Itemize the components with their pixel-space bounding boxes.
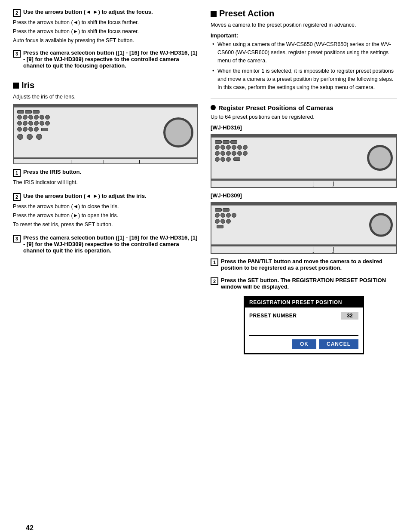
step-num-iris-2: 2	[13, 193, 21, 201]
step-num-reg-2: 2	[211, 277, 218, 285]
cancel-button[interactable]: CANCEL	[319, 339, 358, 349]
preset-position-dialog: REGISTRATION PRESET POSITION PRESET NUMB…	[244, 296, 364, 354]
preset-number-label: PRESET NUMBER	[249, 313, 297, 319]
step-focus-3-header: Press the camera selection button ([1] -…	[23, 49, 198, 69]
important-bullet-2: When the monitor 1 is selected, it is im…	[211, 67, 397, 91]
step-num-iris-3: 3	[13, 235, 21, 243]
black-square-iris	[13, 83, 19, 89]
wj-hd316-diagram: 1 2	[211, 134, 397, 188]
register-description: Up to 64 preset positions can be registe…	[211, 114, 397, 120]
preset-description: Moves a camera to the preset position re…	[211, 22, 397, 28]
circle-icon	[211, 105, 216, 110]
step-num-reg-1: 1	[211, 258, 218, 266]
hd309-diagram-labels: 1 2	[211, 246, 396, 254]
black-square-preset	[211, 11, 217, 17]
step-num-iris-1: 1	[13, 169, 21, 177]
wj-hd309-diagram: 1 2	[211, 202, 397, 254]
step-iris-2-body: Press the arrows button (◄) to close the…	[13, 203, 198, 228]
step-reg-2-header: Press the SET button. The REGISTRATION P…	[221, 277, 397, 290]
jog-wheel-316	[367, 145, 393, 171]
iris-camera-diagram: 3 1 2	[13, 104, 198, 164]
hd316-diagram-labels: 1 2	[211, 181, 396, 188]
iris-section-title: Iris	[13, 80, 198, 90]
step-focus-2-header: Use the arrows button (◄ ►) to adjust th…	[23, 9, 153, 15]
register-preset-title: Register Preset Positions of Cameras	[211, 104, 397, 111]
jog-wheel-309	[369, 213, 393, 237]
step-reg-1-header: Press the PAN/TILT button and move the c…	[221, 258, 397, 271]
iris-description: Adjusts the iris of the lens.	[13, 94, 198, 100]
dialog-title: REGISTRATION PRESET POSITION	[245, 297, 363, 308]
step-num-focus-3: 3	[13, 50, 21, 58]
step-iris-2-header: Use the arrows button (◄ ►) to adjust th…	[23, 193, 146, 199]
important-label: Important:	[211, 32, 397, 39]
wj-hd316-label: [WJ-HD316]	[211, 124, 397, 131]
page-number: 42	[26, 524, 34, 532]
step-iris-1-header: Press the IRIS button.	[23, 169, 81, 175]
important-bullets: When using a camera of the WV-CS650 (WV-…	[211, 40, 397, 92]
step-focus-2-body: Press the arrows button (◄) to shift the…	[13, 18, 198, 44]
preset-action-title: Preset Action	[211, 9, 397, 18]
iris-diagram-labels: 3 1 2	[14, 159, 197, 164]
step-num-focus-2: 2	[13, 9, 21, 17]
preset-number-value: 32	[341, 312, 358, 320]
step-iris-1-body: The IRIS indicator will light.	[13, 178, 198, 187]
ok-button[interactable]: OK	[292, 339, 316, 349]
important-bullet-1: When using a camera of the WV-CS650 (WV-…	[211, 40, 397, 65]
jog-wheel-iris	[163, 117, 193, 148]
step-iris-3-header: Press the camera selection button ([1] -…	[23, 234, 198, 254]
wj-hd309-label: [WJ-HD309]	[211, 192, 397, 199]
